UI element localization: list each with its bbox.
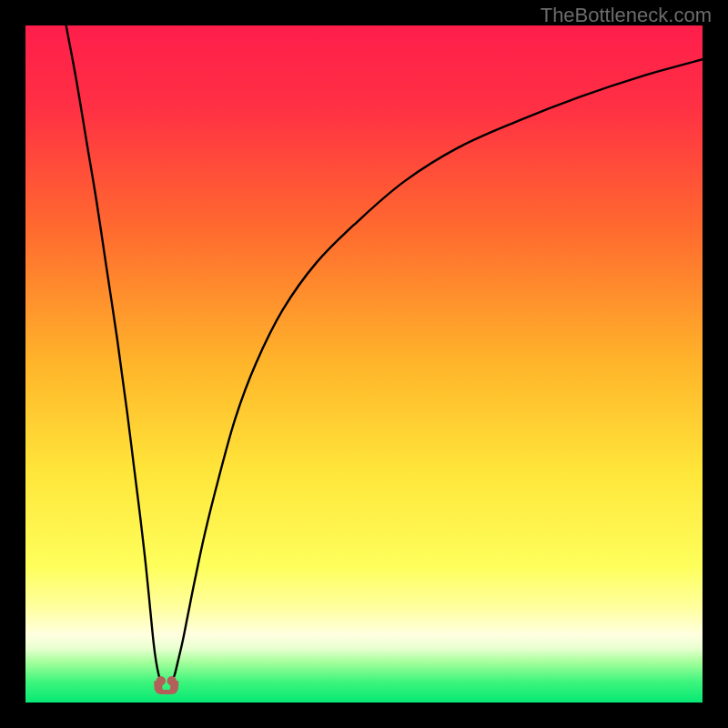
curve-right-branch — [172, 59, 703, 681]
min-marker-right — [167, 676, 177, 685]
plot-area — [25, 25, 703, 703]
watermark-label: TheBottleneck.com — [541, 4, 712, 27]
chart-frame: TheBottleneck.com — [0, 0, 728, 728]
curve-left-branch — [66, 25, 161, 681]
curve-layer — [25, 25, 703, 703]
min-marker-left — [157, 676, 166, 685]
